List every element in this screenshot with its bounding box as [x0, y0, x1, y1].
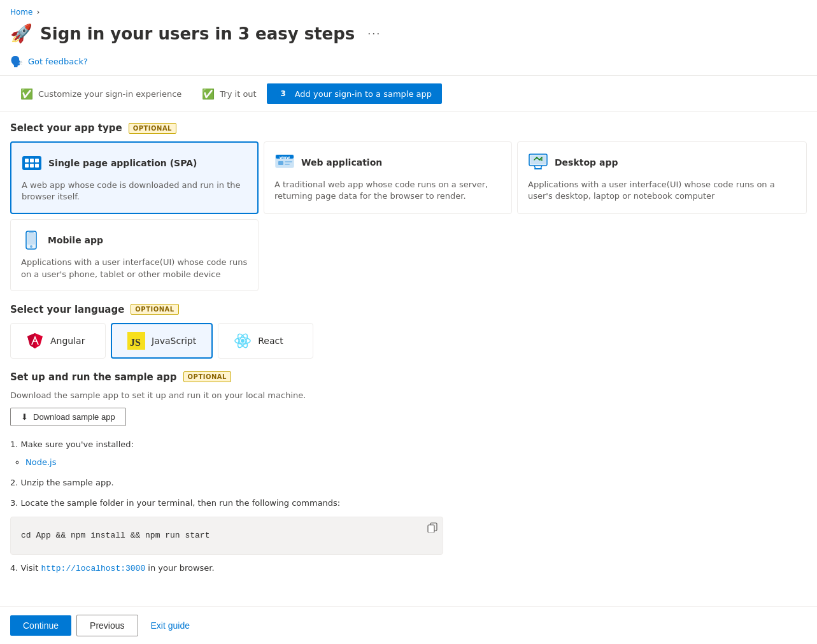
feedback-icon: 🗣️ — [10, 55, 23, 68]
react-label: React — [258, 336, 283, 346]
feedback-bar: 🗣️ Got feedback? — [0, 52, 817, 76]
breadcrumb-home[interactable]: Home — [10, 8, 32, 17]
mobile-card-name: Mobile app — [48, 235, 103, 245]
step-3-number: 3 — [277, 87, 290, 100]
mobile-icon — [21, 230, 41, 250]
continue-button[interactable]: Continue — [10, 615, 71, 636]
feedback-link[interactable]: Got feedback? — [28, 57, 88, 66]
svg-text:JS: JS — [130, 337, 141, 348]
main-content: Select your app type OPTIONAL Single pag… — [0, 112, 817, 638]
step-2-check-icon: ✅ — [202, 88, 215, 100]
javascript-label: JavaScript — [152, 336, 196, 346]
app-type-grid: Single page application (SPA) A web app … — [10, 141, 807, 214]
nodejs-link-item: Node.js — [25, 454, 807, 471]
instructions: 1. Make sure you've installed: Node.js 2… — [10, 436, 807, 577]
app-type-row2: Mobile app Applications with a user inte… — [10, 219, 807, 290]
app-type-section-title: Select your app type OPTIONAL — [10, 122, 807, 134]
svg-rect-10 — [27, 233, 35, 245]
app-card-spa[interactable]: Single page application (SPA) A web app … — [10, 141, 259, 214]
setup-optional-badge: OPTIONAL — [183, 371, 231, 382]
instruction-1-text: Make sure you've installed: — [21, 440, 134, 449]
more-options-button[interactable]: ··· — [362, 24, 386, 43]
setup-description: Download the sample app to set it up and… — [10, 390, 807, 400]
svg-rect-24 — [428, 525, 434, 533]
download-sample-app-button[interactable]: ⬇ Download sample app — [10, 408, 126, 426]
svg-text:www: www — [280, 155, 290, 159]
step-1[interactable]: ✅ Customize your sign-in experience — [10, 84, 192, 104]
rocket-icon: 🚀 — [10, 23, 32, 44]
desktop-icon — [528, 152, 548, 173]
language-grid: Angular JS JavaScript React — [10, 323, 807, 359]
step-1-check-icon: ✅ — [20, 88, 33, 100]
svg-rect-3 — [278, 161, 283, 165]
spa-card-name: Single page application (SPA) — [48, 158, 197, 168]
breadcrumb: Home › — [0, 0, 817, 20]
nodejs-link[interactable]: Node.js — [25, 457, 56, 467]
react-icon — [234, 332, 252, 350]
desktop-card-desc: Applications with a user interface(UI) w… — [528, 179, 796, 202]
app-card-mobile[interactable]: Mobile app Applications with a user inte… — [10, 219, 259, 290]
step-2-label: Try it out — [220, 89, 256, 99]
step-1-label: Customize your sign-in experience — [38, 89, 181, 99]
spa-card-desc: A web app whose code is downloaded and r… — [22, 180, 247, 203]
copy-code-button[interactable] — [427, 522, 437, 535]
localhost-link[interactable]: http://localhost:3000 — [41, 564, 145, 573]
lang-card-react[interactable]: React — [218, 323, 313, 359]
step-3[interactable]: 3 Add your sign-in to a sample app — [267, 83, 442, 104]
language-title: Select your language — [10, 304, 124, 315]
instruction-1: 1. Make sure you've installed: Node.js — [10, 436, 807, 471]
instruction-3: 3. Locate the sample folder in your term… — [10, 495, 807, 555]
desktop-card-name: Desktop app — [555, 157, 618, 168]
exit-guide-button[interactable]: Exit guide — [143, 615, 197, 636]
setup-section: Set up and run the sample app OPTIONAL D… — [10, 371, 807, 577]
svg-rect-5 — [285, 164, 290, 165]
page-title: Sign in your users in 3 easy steps — [40, 24, 355, 43]
instruction-2: 2. Unzip the sample app. — [10, 475, 807, 491]
angular-icon — [26, 332, 44, 350]
lang-card-javascript[interactable]: JS JavaScript — [111, 323, 213, 359]
page-header: 🚀 Sign in your users in 3 easy steps ··· — [0, 20, 817, 52]
javascript-icon: JS — [127, 332, 145, 350]
footer-bar: Continue Previous Exit guide — [0, 606, 817, 644]
app-type-title: Select your app type — [10, 122, 122, 134]
svg-rect-12 — [29, 232, 34, 233]
previous-button[interactable]: Previous — [76, 615, 138, 636]
breadcrumb-separator: › — [36, 8, 39, 17]
command-text: cd App && npm install && npm run start — [21, 531, 210, 540]
angular-label: Angular — [50, 336, 85, 346]
code-block: cd App && npm install && npm run start — [10, 517, 443, 555]
svg-point-11 — [30, 245, 32, 248]
instruction-4: 4. Visit http://localhost:3000 in your b… — [10, 560, 807, 577]
language-section-title: Select your language OPTIONAL — [10, 304, 807, 315]
svg-rect-4 — [285, 161, 292, 162]
setup-section-title: Set up and run the sample app OPTIONAL — [10, 371, 807, 383]
setup-title: Set up and run the sample app — [10, 371, 177, 383]
app-card-desktop[interactable]: Desktop app Applications with a user int… — [517, 141, 807, 214]
web-card-name: Web application — [301, 157, 382, 168]
download-label: Download sample app — [33, 412, 115, 422]
language-optional-badge: OPTIONAL — [131, 304, 178, 315]
step-2[interactable]: ✅ Try it out — [192, 84, 266, 104]
spa-icon — [22, 153, 42, 173]
steps-bar: ✅ Customize your sign-in experience ✅ Tr… — [0, 76, 817, 112]
app-card-desktop-header: Desktop app — [528, 152, 796, 173]
download-icon: ⬇ — [21, 412, 28, 422]
web-card-desc: A traditional web app whose code runs on… — [274, 179, 501, 202]
web-icon: www — [274, 152, 295, 173]
step-3-label: Add your sign-in to a sample app — [295, 89, 432, 99]
app-type-optional-badge: OPTIONAL — [129, 123, 176, 134]
svg-point-19 — [241, 339, 245, 343]
svg-rect-7 — [530, 155, 546, 164]
app-card-mobile-header: Mobile app — [21, 230, 248, 250]
lang-card-angular[interactable]: Angular — [10, 323, 106, 359]
mobile-card-desc: Applications with a user interface(UI) w… — [21, 257, 248, 280]
app-card-spa-header: Single page application (SPA) — [22, 153, 247, 173]
app-card-web[interactable]: www Web application A traditional web ap… — [264, 141, 512, 214]
app-card-web-header: www Web application — [274, 152, 501, 173]
